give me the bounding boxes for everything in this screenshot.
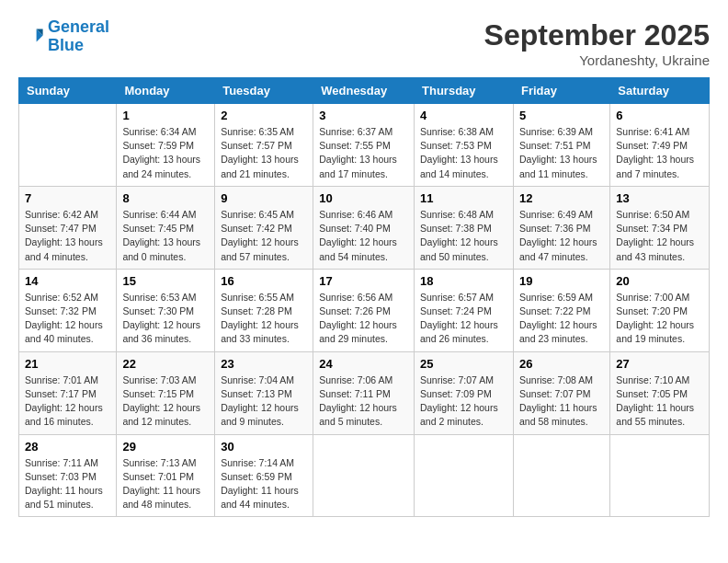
day-info: Sunrise: 6:50 AMSunset: 7:34 PMDaylight:… <box>616 208 703 264</box>
day-number: 16 <box>221 274 307 288</box>
day-number: 20 <box>616 274 703 288</box>
day-number: 8 <box>122 191 209 205</box>
day-info: Sunrise: 7:11 AMSunset: 7:03 PMDaylight:… <box>25 456 110 512</box>
calendar-cell: 12Sunrise: 6:49 AMSunset: 7:36 PMDayligh… <box>513 186 609 269</box>
calendar-cell: 24Sunrise: 7:06 AMSunset: 7:11 PMDayligh… <box>313 351 415 434</box>
calendar-cell: 19Sunrise: 6:59 AMSunset: 7:22 PMDayligh… <box>513 269 609 351</box>
calendar-week-row: 7Sunrise: 6:42 AMSunset: 7:47 PMDaylight… <box>19 186 710 269</box>
day-number: 15 <box>122 274 209 288</box>
weekday-header: Thursday <box>415 78 514 104</box>
day-info: Sunrise: 6:39 AMSunset: 7:51 PMDaylight:… <box>519 125 604 181</box>
calendar-cell: 4Sunrise: 6:38 AMSunset: 7:53 PMDaylight… <box>415 104 514 187</box>
day-number: 11 <box>420 191 507 205</box>
weekday-header: Wednesday <box>313 78 415 104</box>
day-number: 22 <box>122 357 209 371</box>
logo-general: General <box>48 17 109 36</box>
day-number: 14 <box>25 274 110 288</box>
day-info: Sunrise: 6:38 AMSunset: 7:53 PMDaylight:… <box>420 125 507 181</box>
day-number: 27 <box>616 357 703 371</box>
calendar-cell <box>415 434 514 517</box>
calendar-cell: 23Sunrise: 7:04 AMSunset: 7:13 PMDayligh… <box>215 351 313 434</box>
day-number: 18 <box>420 274 507 288</box>
day-number: 23 <box>221 357 307 371</box>
day-info: Sunrise: 6:46 AMSunset: 7:40 PMDaylight:… <box>319 208 408 264</box>
title-block: September 2025 Yordaneshty, Ukraine <box>484 18 710 68</box>
day-info: Sunrise: 6:52 AMSunset: 7:32 PMDaylight:… <box>25 291 110 347</box>
calendar-cell: 25Sunrise: 7:07 AMSunset: 7:09 PMDayligh… <box>415 351 514 434</box>
calendar-cell: 17Sunrise: 6:56 AMSunset: 7:26 PMDayligh… <box>313 269 415 351</box>
calendar-cell: 29Sunrise: 7:13 AMSunset: 7:01 PMDayligh… <box>117 434 215 517</box>
day-number: 12 <box>519 191 604 205</box>
calendar-week-row: 1Sunrise: 6:34 AMSunset: 7:59 PMDaylight… <box>19 104 710 187</box>
day-info: Sunrise: 6:41 AMSunset: 7:49 PMDaylight:… <box>616 125 703 181</box>
day-info: Sunrise: 7:03 AMSunset: 7:15 PMDaylight:… <box>122 373 209 430</box>
day-number: 24 <box>319 357 408 371</box>
day-info: Sunrise: 6:53 AMSunset: 7:30 PMDaylight:… <box>122 291 209 347</box>
calendar-cell: 26Sunrise: 7:08 AMSunset: 7:07 PMDayligh… <box>513 351 609 434</box>
calendar-cell: 10Sunrise: 6:46 AMSunset: 7:40 PMDayligh… <box>313 186 415 269</box>
day-number: 5 <box>519 109 604 122</box>
page-header: General Blue September 2025 Yordaneshty,… <box>18 18 710 68</box>
day-info: Sunrise: 6:56 AMSunset: 7:26 PMDaylight:… <box>319 291 408 347</box>
day-info: Sunrise: 7:00 AMSunset: 7:20 PMDaylight:… <box>616 291 703 347</box>
day-info: Sunrise: 7:13 AMSunset: 7:01 PMDaylight:… <box>122 456 209 512</box>
day-number: 21 <box>25 357 110 371</box>
day-info: Sunrise: 6:49 AMSunset: 7:36 PMDaylight:… <box>519 208 604 264</box>
day-info: Sunrise: 7:06 AMSunset: 7:11 PMDaylight:… <box>319 373 408 430</box>
weekday-header-row: SundayMondayTuesdayWednesdayThursdayFrid… <box>19 78 710 104</box>
calendar-cell: 2Sunrise: 6:35 AMSunset: 7:57 PMDaylight… <box>215 104 313 187</box>
calendar-table: SundayMondayTuesdayWednesdayThursdayFrid… <box>18 77 710 517</box>
day-info: Sunrise: 6:35 AMSunset: 7:57 PMDaylight:… <box>221 125 307 181</box>
day-number: 6 <box>616 109 703 122</box>
month-title: September 2025 <box>484 18 710 52</box>
calendar-cell: 14Sunrise: 6:52 AMSunset: 7:32 PMDayligh… <box>19 269 117 351</box>
day-info: Sunrise: 7:04 AMSunset: 7:13 PMDaylight:… <box>221 373 307 430</box>
day-info: Sunrise: 7:08 AMSunset: 7:07 PMDaylight:… <box>519 373 604 430</box>
calendar-cell: 30Sunrise: 7:14 AMSunset: 6:59 PMDayligh… <box>215 434 313 517</box>
day-info: Sunrise: 6:57 AMSunset: 7:24 PMDaylight:… <box>420 291 507 347</box>
calendar-cell: 5Sunrise: 6:39 AMSunset: 7:51 PMDaylight… <box>513 104 609 187</box>
calendar-cell <box>313 434 415 517</box>
day-info: Sunrise: 6:42 AMSunset: 7:47 PMDaylight:… <box>25 208 110 264</box>
day-info: Sunrise: 6:59 AMSunset: 7:22 PMDaylight:… <box>519 291 604 347</box>
day-number: 4 <box>420 109 507 122</box>
day-info: Sunrise: 6:37 AMSunset: 7:55 PMDaylight:… <box>319 125 408 181</box>
calendar-cell: 6Sunrise: 6:41 AMSunset: 7:49 PMDaylight… <box>610 104 710 187</box>
calendar-cell: 20Sunrise: 7:00 AMSunset: 7:20 PMDayligh… <box>610 269 710 351</box>
weekday-header: Friday <box>513 78 609 104</box>
weekday-header: Sunday <box>19 78 117 104</box>
calendar-cell: 27Sunrise: 7:10 AMSunset: 7:05 PMDayligh… <box>610 351 710 434</box>
calendar-week-row: 21Sunrise: 7:01 AMSunset: 7:17 PMDayligh… <box>19 351 710 434</box>
logo-icon <box>18 24 44 50</box>
calendar-cell: 11Sunrise: 6:48 AMSunset: 7:38 PMDayligh… <box>415 186 514 269</box>
day-info: Sunrise: 7:01 AMSunset: 7:17 PMDaylight:… <box>25 373 110 430</box>
logo: General Blue <box>18 18 109 55</box>
day-number: 3 <box>319 109 408 122</box>
calendar-cell: 1Sunrise: 6:34 AMSunset: 7:59 PMDaylight… <box>117 104 215 187</box>
logo-text: General Blue <box>48 18 109 55</box>
logo-blue: Blue <box>48 36 84 54</box>
weekday-header: Tuesday <box>215 78 313 104</box>
calendar-cell: 16Sunrise: 6:55 AMSunset: 7:28 PMDayligh… <box>215 269 313 351</box>
calendar-cell: 7Sunrise: 6:42 AMSunset: 7:47 PMDaylight… <box>19 186 117 269</box>
calendar-cell <box>19 104 117 187</box>
day-number: 29 <box>122 440 209 454</box>
day-number: 7 <box>25 191 110 205</box>
weekday-header: Monday <box>117 78 215 104</box>
calendar-cell: 18Sunrise: 6:57 AMSunset: 7:24 PMDayligh… <box>415 269 514 351</box>
calendar-cell: 3Sunrise: 6:37 AMSunset: 7:55 PMDaylight… <box>313 104 415 187</box>
calendar-cell: 15Sunrise: 6:53 AMSunset: 7:30 PMDayligh… <box>117 269 215 351</box>
day-number: 25 <box>420 357 507 371</box>
day-info: Sunrise: 7:10 AMSunset: 7:05 PMDaylight:… <box>616 373 703 430</box>
calendar-cell <box>513 434 609 517</box>
weekday-header: Saturday <box>610 78 710 104</box>
calendar-week-row: 14Sunrise: 6:52 AMSunset: 7:32 PMDayligh… <box>19 269 710 351</box>
day-number: 13 <box>616 191 703 205</box>
day-info: Sunrise: 6:34 AMSunset: 7:59 PMDaylight:… <box>122 125 209 181</box>
calendar-cell: 8Sunrise: 6:44 AMSunset: 7:45 PMDaylight… <box>117 186 215 269</box>
calendar-cell: 13Sunrise: 6:50 AMSunset: 7:34 PMDayligh… <box>610 186 710 269</box>
calendar-week-row: 28Sunrise: 7:11 AMSunset: 7:03 PMDayligh… <box>19 434 710 517</box>
day-info: Sunrise: 7:07 AMSunset: 7:09 PMDaylight:… <box>420 373 507 430</box>
calendar-cell: 21Sunrise: 7:01 AMSunset: 7:17 PMDayligh… <box>19 351 117 434</box>
calendar-cell: 22Sunrise: 7:03 AMSunset: 7:15 PMDayligh… <box>117 351 215 434</box>
